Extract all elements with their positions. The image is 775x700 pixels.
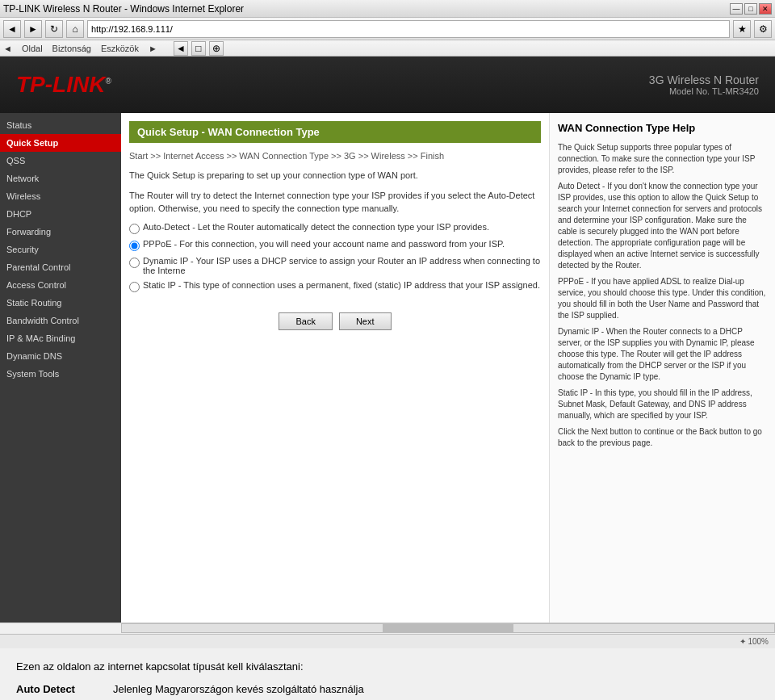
sidebar-item-security[interactable]: Security [0, 241, 121, 258]
intro-text-1: The Quick Setup is preparing to set up y… [129, 169, 541, 182]
sidebar-item-quick-setup[interactable]: Quick Setup [0, 134, 121, 152]
annotation-label-auto: Auto Detect [16, 681, 113, 698]
minimize-button[interactable]: — [730, 3, 743, 15]
help-panel: WAN Connection Type Help The Quick Setup… [549, 113, 775, 622]
section-title: Quick Setup - WAN Connection Type [129, 121, 541, 143]
logo-reg: ® [105, 77, 111, 86]
menu-bar: ◄ Oldal Biztonság Eszközök ► ◄ □ ⊕ [0, 40, 775, 57]
favorites-button[interactable]: ★ [733, 20, 751, 38]
nav-bar: ◄ ► ↻ ⌂ http://192.168.9.111/ ★ ⚙ [0, 18, 775, 40]
title-bar-text: TP-LINK Wireless N Router - Windows Inte… [3, 3, 244, 15]
window-controls: — □ ✕ [730, 3, 772, 15]
tp-link-logo: TP-LINK® [16, 72, 111, 98]
sidebar-item-access-control[interactable]: Access Control [0, 276, 121, 294]
address-text: http://192.168.9.111/ [91, 24, 173, 34]
help-dynamic-ip-text: Dynamic IP - When the Router connects to… [558, 326, 767, 383]
sidebar-item-static-routing[interactable]: Static Routing [0, 294, 121, 312]
title-bar: TP-LINK Wireless N Router - Windows Inte… [0, 0, 775, 18]
label-static-ip: Static IP - This type of connection uses… [143, 280, 540, 290]
back-button[interactable]: Back [279, 312, 332, 330]
content-inner: Quick Setup - WAN Connection Type Start … [121, 113, 775, 622]
menu-security[interactable]: Biztonság [52, 44, 91, 53]
radio-dynamic-ip[interactable] [129, 258, 140, 268]
toolbar-btn-1[interactable]: ◄ [174, 41, 188, 56]
radio-pppoe[interactable] [129, 241, 140, 251]
zoom-level: ✦ 100% [739, 637, 769, 646]
breadcrumb: Start >> Internet Access >> WAN Connecti… [129, 151, 541, 161]
tools-button[interactable]: ⚙ [754, 20, 772, 38]
router-page: TP-LINK® 3G Wireless N Router Model No. … [0, 57, 775, 648]
h-scrollbar-track[interactable] [121, 623, 775, 633]
annotation-text-auto: Jelenleg Magyarországon kevés szolgáltat… [113, 681, 410, 698]
toolbar-btn-2[interactable]: □ [191, 41, 206, 56]
sidebar-item-wireless[interactable]: Wireless [0, 187, 121, 205]
button-row: Back Next [129, 304, 541, 338]
sidebar-item-dynamic-dns[interactable]: Dynamic DNS [0, 347, 121, 365]
sidebar-item-qss[interactable]: QSS [0, 152, 121, 170]
option-dynamic-ip: Dynamic IP - Your ISP uses a DHCP servic… [129, 256, 541, 275]
menu-page[interactable]: Oldal [22, 44, 43, 53]
sidebar-item-status[interactable]: Status [0, 116, 121, 134]
h-scroll-thumb[interactable] [383, 624, 513, 632]
main-layout: Status Quick Setup QSS Network Wireless … [0, 113, 775, 622]
annotation-table: Auto Detect Jelenleg Magyarországon kevé… [16, 681, 410, 700]
annotation-row-auto-detect: Auto Detect Jelenleg Magyarországon kevé… [16, 681, 410, 698]
maximize-button[interactable]: □ [744, 3, 757, 15]
label-auto-detect: Auto-Detect - Let the Router automatical… [143, 222, 489, 232]
close-button[interactable]: ✕ [759, 3, 772, 15]
sidebar-item-parental-control[interactable]: Parental Control [0, 258, 121, 276]
option-pppoe: PPPoE - For this connection, you will ne… [129, 239, 541, 251]
annotation-area: Ezen az oldalon az internet kapcsolat tí… [0, 648, 775, 700]
sidebar-item-ip-mac-binding[interactable]: IP & MAc Binding [0, 329, 121, 347]
sidebar-item-bandwidth-control[interactable]: Bandwidth Control [0, 312, 121, 329]
forward-button[interactable]: ► [24, 20, 42, 38]
help-intro: The Quick Setup supports three popular t… [558, 142, 767, 176]
sidebar: Status Quick Setup QSS Network Wireless … [0, 113, 121, 622]
model-number: Model No. TL-MR3420 [649, 86, 759, 96]
next-button[interactable]: Next [339, 312, 392, 330]
annotation-line1: Ezen az oldalon az internet kapcsolat tí… [16, 658, 759, 676]
radio-static-ip[interactable] [129, 282, 140, 292]
menu-file[interactable]: ◄ [3, 44, 12, 53]
toolbar-btn-3[interactable]: ⊕ [209, 41, 224, 56]
option-auto-detect: Auto-Detect - Let the Router automatical… [129, 222, 541, 234]
sidebar-item-forwarding[interactable]: Forwarding [0, 223, 121, 241]
option-static-ip: Static IP - This type of connection uses… [129, 280, 541, 292]
radio-auto-detect[interactable] [129, 224, 140, 234]
intro-text-2: The Router will try to detect the Intern… [129, 189, 541, 216]
help-footer: Click the Next button to continue or the… [558, 426, 767, 449]
sidebar-item-system-tools[interactable]: System Tools [0, 365, 121, 383]
refresh-button[interactable]: ↻ [45, 20, 63, 38]
sidebar-item-network[interactable]: Network [0, 170, 121, 187]
menu-more[interactable]: ► [149, 44, 157, 53]
address-bar[interactable]: http://192.168.9.111/ [87, 20, 730, 38]
sidebar-item-dhcp[interactable]: DHCP [0, 205, 121, 223]
status-bar: ✦ 100% [0, 634, 775, 648]
help-auto-detect-text: Auto Detect - If you don't know the conn… [558, 181, 767, 271]
back-button[interactable]: ◄ [3, 20, 21, 38]
main-content: Quick Setup - WAN Connection Type Start … [121, 113, 549, 622]
label-dynamic-ip: Dynamic IP - Your ISP uses a DHCP servic… [143, 256, 541, 275]
home-button[interactable]: ⌂ [66, 20, 84, 38]
label-pppoe: PPPoE - For this connection, you will ne… [143, 239, 505, 249]
help-title: WAN Connection Type Help [558, 121, 767, 136]
horizontal-scroll[interactable] [0, 622, 775, 634]
menu-tools[interactable]: Eszközök [101, 44, 139, 53]
help-static-ip-text: Static IP - In this type, you should fil… [558, 388, 767, 421]
logo-text: TP-LINK [16, 72, 105, 97]
router-header: TP-LINK® 3G Wireless N Router Model No. … [0, 57, 775, 113]
router-info: 3G Wireless N Router Model No. TL-MR3420 [649, 73, 759, 96]
model-title: 3G Wireless N Router [649, 73, 759, 86]
help-pppoe-text: PPPoE - If you have applied ADSL to real… [558, 276, 767, 321]
